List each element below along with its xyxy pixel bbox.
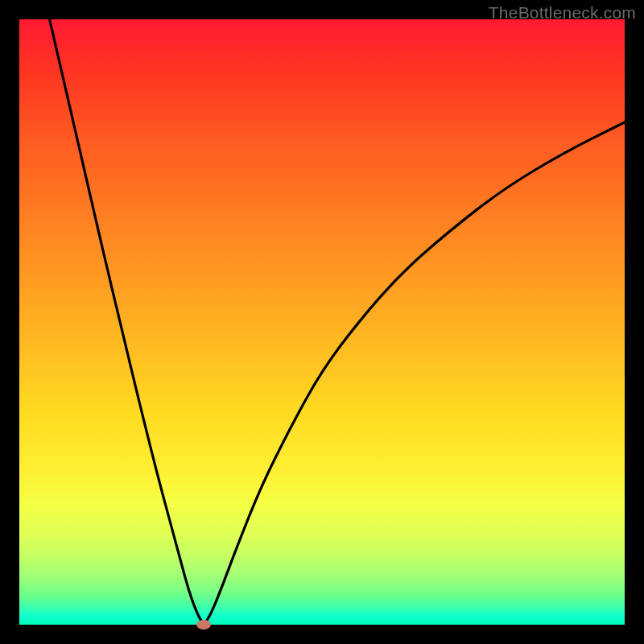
minimum-marker: [196, 620, 211, 630]
bottleneck-curve: [19, 19, 625, 625]
chart-container: TheBottleneck.com: [0, 0, 644, 644]
watermark-text: TheBottleneck.com: [489, 3, 636, 23]
